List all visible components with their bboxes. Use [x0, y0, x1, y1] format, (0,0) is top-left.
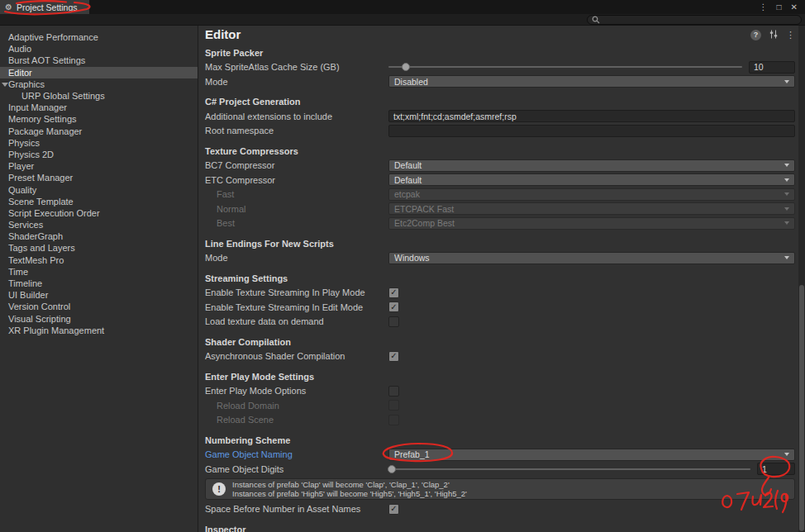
window-tab-project-settings[interactable]: ⚙ Project Settings [0, 0, 89, 14]
best-compressor-dropdown: Etc2Comp Best [388, 217, 795, 230]
sidebar-item-editor[interactable]: Editor [0, 67, 198, 78]
sidebar-item-input-manager[interactable]: Input Manager [0, 102, 198, 113]
preset-icon[interactable] [769, 27, 779, 42]
sidebar-item-version-control[interactable]: Version Control [0, 301, 198, 312]
sidebar-item-physics[interactable]: Physics [0, 137, 198, 149]
line-endings-mode-dropdown[interactable]: Windows [388, 252, 795, 264]
additional-extensions-field[interactable] [388, 110, 795, 122]
section-numbering-scheme: Numbering Scheme Game Object Naming Pref… [205, 433, 795, 516]
label-streaming-edit-mode: Enable Texture Streaming In Edit Mode [205, 302, 388, 312]
sidebar-item-script-execution-order[interactable]: Script Execution Order [0, 207, 198, 219]
sidebar-item-timeline[interactable]: Timeline [0, 278, 198, 289]
dropdown-arrow-icon [784, 207, 789, 211]
dropdown-arrow-icon [784, 80, 789, 83]
sidebar-item-preset-manager[interactable]: Preset Manager [0, 172, 198, 183]
slider-knob[interactable] [402, 63, 410, 71]
game-object-naming-dropdown[interactable]: Prefab_1 [388, 449, 795, 461]
section-texture-compressors: Texture Compressors BC7 Compressor Defau… [205, 144, 795, 230]
window-menu-icon[interactable]: ⋮ [760, 2, 768, 12]
label-sprite-packer-mode: Mode [205, 77, 388, 87]
sprite-packer-mode-dropdown[interactable]: Disabled [388, 75, 795, 88]
space-before-number-checkbox[interactable] [388, 504, 399, 515]
sidebar-item-burst-aot-settings[interactable]: Burst AOT Settings [0, 55, 198, 66]
sidebar-item-package-manager[interactable]: Package Manager [0, 126, 198, 137]
sidebar-item-player[interactable]: Player [0, 160, 198, 172]
sidebar-item-tags-and-layers[interactable]: Tags and Layers [0, 242, 198, 254]
heading-shader-compilation: Shader Compilation [205, 335, 795, 349]
sidebar-item-audio[interactable]: Audio [0, 43, 198, 55]
label-normal: Normal [205, 204, 388, 214]
sidebar-item-ui-builder[interactable]: UI Builder [0, 289, 198, 301]
dropdown-arrow-icon [784, 178, 789, 182]
enter-play-mode-options-checkbox[interactable] [388, 386, 399, 397]
help-icon[interactable]: ? [750, 30, 761, 40]
bc7-compressor-dropdown[interactable]: Default [388, 159, 795, 172]
reload-scene-checkbox [388, 415, 399, 425]
foldout-open-icon[interactable] [2, 83, 8, 87]
reload-domain-checkbox [388, 400, 399, 411]
fast-compressor-dropdown: etcpak [388, 188, 795, 201]
scrollbar-thumb[interactable] [799, 285, 804, 531]
info-line-1: Instances of prefab 'Clap' will become '… [232, 480, 467, 489]
close-icon[interactable]: ✕ [791, 2, 798, 12]
streaming-play-checkbox[interactable] [388, 287, 399, 298]
sidebar-item-scene-template[interactable]: Scene Template [0, 196, 198, 207]
sidebar-item-graphics[interactable]: Graphics [0, 78, 198, 90]
label-game-object-digits: Game Object Digits [205, 464, 388, 474]
section-sprite-packer: Sprite Packer Max SpriteAtlas Cache Size… [205, 45, 795, 89]
async-shader-compilation-checkbox[interactable] [388, 351, 399, 362]
window-controls: ⋮ □ ✕ [760, 0, 805, 14]
section-enter-play-mode: Enter Play Mode Settings Enter Play Mode… [205, 369, 795, 427]
dropdown-arrow-icon [784, 453, 789, 456]
sidebar-item-memory-settings[interactable]: Memory Settings [0, 113, 198, 125]
label-load-texture-on-demand: Load texture data on demand [205, 316, 388, 326]
etc-compressor-dropdown[interactable]: Default [388, 173, 795, 186]
vertical-scrollbar[interactable] [798, 26, 805, 532]
label-async-shader-compilation: Asynchronous Shader Compilation [205, 351, 388, 361]
maximize-icon[interactable]: □ [777, 2, 782, 12]
heading-streaming-settings: Streaming Settings [205, 271, 795, 286]
heading-numbering-scheme: Numbering Scheme [205, 433, 795, 448]
label-reload-domain: Reload Domain [205, 401, 388, 411]
label-space-before-number: Space Before Number in Asset Names [205, 504, 388, 514]
sidebar-item-visual-scripting[interactable]: Visual Scripting [0, 313, 198, 325]
toolbar [0, 14, 805, 26]
slider-knob[interactable] [388, 465, 396, 473]
sidebar-item-physics-2d[interactable]: Physics 2D [0, 149, 198, 160]
search-input[interactable] [603, 15, 797, 24]
label-game-object-naming: Game Object Naming [205, 449, 388, 459]
info-icon: ! [212, 482, 226, 496]
root-namespace-field[interactable] [388, 125, 795, 137]
sidebar-item-xr-plugin-management[interactable]: XR Plugin Management [0, 325, 198, 336]
sidebar-item-shadergraph[interactable]: ShaderGraph [0, 230, 198, 242]
label-reload-scene: Reload Scene [205, 415, 388, 425]
page-title: Editor [205, 28, 241, 41]
slider-track [388, 66, 742, 68]
sidebar-item-quality[interactable]: Quality [0, 183, 198, 195]
section-csharp-project-generation: C# Project Generation Additional extensi… [205, 95, 795, 139]
project-settings-window: ⚙ Project Settings ⋮ □ ✕ Adaptive Perfor… [0, 0, 805, 532]
section-inspector: Inspector [205, 522, 795, 532]
search-box[interactable] [587, 15, 802, 25]
kebab-menu-icon[interactable]: ⋮ [786, 31, 795, 40]
slider-track [388, 468, 750, 470]
cache-size-slider[interactable] [388, 61, 742, 74]
streaming-edit-checkbox[interactable] [388, 302, 399, 312]
dropdown-arrow-icon [784, 221, 789, 225]
sidebar-item-services[interactable]: Services [0, 219, 198, 230]
label-best: Best [205, 218, 388, 228]
heading-texture-compressors: Texture Compressors [205, 144, 795, 159]
sidebar-item-textmesh-pro[interactable]: TextMesh Pro [0, 254, 198, 266]
search-icon [592, 16, 600, 24]
game-object-digits-value-field[interactable] [757, 463, 795, 475]
load-texture-on-demand-checkbox[interactable] [388, 316, 399, 327]
label-bc7-compressor: BC7 Compressor [205, 160, 388, 170]
numbering-info-box: ! Instances of prefab 'Clap' will become… [205, 478, 795, 500]
title-bar: ⚙ Project Settings ⋮ □ ✕ [0, 0, 805, 14]
sidebar-item-time[interactable]: Time [0, 266, 198, 278]
sidebar-item-urp-global-settings[interactable]: URP Global Settings [0, 90, 198, 102]
game-object-digits-slider[interactable] [388, 463, 750, 475]
cache-size-value-field[interactable] [749, 61, 795, 74]
sidebar-item-adaptive-performance[interactable]: Adaptive Performance [0, 31, 198, 43]
normal-compressor-dropdown: ETCPACK Fast [388, 202, 795, 215]
